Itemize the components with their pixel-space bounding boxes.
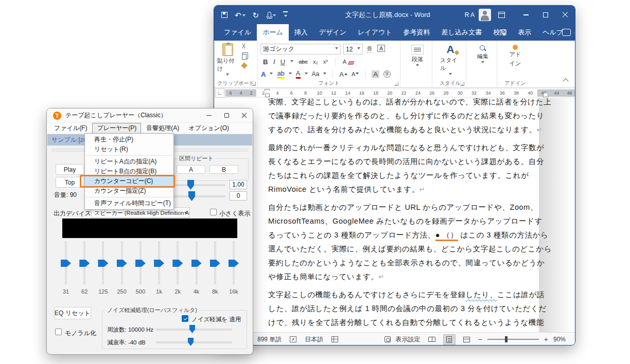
menubar-item[interactable]: プレーヤー(P) [92, 123, 141, 134]
context-menu-item[interactable]: リピートA点の指定(A) [85, 157, 173, 167]
save-icon[interactable] [221, 12, 227, 18]
highlight-color-button[interactable]: ab [277, 69, 284, 79]
context-menu-item[interactable]: リピートB点の指定(B) [85, 167, 173, 176]
eq-slider-thumb[interactable] [191, 260, 202, 267]
minimize-button[interactable] [516, 6, 536, 24]
read-mode-button[interactable] [426, 334, 438, 345]
superscript-button[interactable]: x² [323, 59, 328, 65]
styles-button[interactable]: A スタイル [440, 43, 461, 77]
customize-qat-icon[interactable] [283, 11, 288, 19]
compact-view-checkbox[interactable] [210, 209, 217, 215]
ribbon-tab[interactable]: ファイル [218, 24, 257, 41]
eq-slider-thumb[interactable] [98, 260, 108, 267]
context-menu-item[interactable]: 再生・停止(P) [85, 135, 173, 144]
attenuation-slider[interactable] [156, 341, 232, 343]
dialog-launcher-icon[interactable] [460, 82, 464, 86]
eq-slider-thumb[interactable] [154, 260, 164, 267]
format-painter-icon[interactable] [241, 62, 248, 69]
pitch-slider-thumb[interactable] [188, 191, 195, 201]
context-menu-item[interactable] [85, 196, 173, 198]
left-indent-marker[interactable] [265, 94, 270, 97]
eq-slider-thumb[interactable] [172, 260, 183, 267]
zoom-in-button[interactable]: + [544, 335, 548, 343]
ribbon-display-options-icon[interactable] [498, 12, 505, 18]
mono-checkbox[interactable] [55, 329, 62, 335]
ribbon-tab[interactable]: 挿入 [289, 24, 313, 41]
language-status[interactable]: 日本語 [305, 335, 323, 344]
underline-button[interactable]: U [281, 58, 285, 66]
paste-button[interactable]: 貼り付け [217, 43, 238, 77]
minimize-button[interactable] [200, 108, 218, 123]
addins-button[interactable]: アド イン [505, 45, 526, 67]
italic-button[interactable]: I [273, 58, 275, 66]
subscript-button[interactable]: x₂ [313, 59, 318, 65]
context-menu-item[interactable]: 音声ファイル時間コピー(T) [85, 198, 173, 208]
display-settings-icon[interactable] [384, 336, 391, 342]
eq-slider-thumb[interactable] [210, 260, 220, 267]
context-menu-item[interactable]: カウンター指定(Z) [85, 186, 173, 196]
ribbon-tab[interactable]: 差し込み文書 [436, 24, 488, 41]
menubar-item[interactable]: オプション(O) [184, 123, 233, 133]
bold-button[interactable]: B [263, 58, 268, 66]
eq-reset-button[interactable]: EQ リセット [54, 307, 91, 319]
context-menu-item[interactable] [85, 154, 173, 157]
context-menu-item[interactable]: リセット(R) [85, 144, 173, 154]
eq-slider-thumb[interactable] [117, 260, 127, 267]
comment-icon[interactable] [562, 29, 571, 36]
undo-button[interactable]: ↶ [235, 11, 246, 19]
web-layout-button[interactable] [461, 334, 473, 345]
speed-value[interactable]: 1.00 [230, 180, 247, 189]
menubar-item[interactable]: 音響処理(A) [142, 123, 183, 133]
zoom-slider[interactable] [487, 339, 539, 340]
dialog-launcher-icon[interactable] [394, 82, 398, 86]
touch-mode-button[interactable] [266, 12, 276, 19]
input-mode-icon[interactable] [331, 336, 338, 342]
eq-slider-thumb[interactable] [61, 260, 71, 267]
repeat-b-button[interactable]: B [209, 165, 238, 174]
font-name-select[interactable]: 游ゴシック [260, 44, 341, 54]
print-layout-button[interactable] [443, 334, 456, 345]
word-count[interactable]: 899 単語 [257, 335, 282, 344]
ribbon-tab[interactable]: ホーム [257, 24, 289, 41]
close-button[interactable] [555, 6, 575, 24]
zoom-out-button[interactable]: − [478, 335, 482, 343]
context-menu-item[interactable]: カウンターコピー(C) [85, 176, 173, 186]
play-button[interactable]: Play [56, 164, 84, 175]
ribbon-tab[interactable]: レイアウト [352, 24, 398, 41]
font-color-button[interactable]: A [296, 69, 301, 79]
shading-button[interactable]: A [372, 70, 379, 78]
display-settings-label[interactable]: 表示設定 [396, 335, 421, 344]
underline-options-icon[interactable] [290, 60, 293, 64]
proofing-status-icon[interactable]: ✗ [290, 336, 296, 342]
redo-button[interactable]: ↻ [253, 11, 259, 19]
top-button[interactable]: Top [56, 177, 84, 188]
ribbon-tab[interactable]: 表示 [512, 24, 537, 41]
chevron-down-icon[interactable] [273, 14, 276, 18]
zoom-slider-thumb[interactable] [505, 336, 507, 342]
close-button[interactable] [235, 108, 253, 123]
change-case-button[interactable]: Aa [312, 70, 320, 78]
eq-slider-thumb[interactable] [229, 260, 239, 267]
zoom-level[interactable]: 90% [553, 336, 566, 343]
tab-selector[interactable]: ∟ [215, 88, 224, 98]
repeat-a-button[interactable]: A [177, 165, 205, 174]
ruby-icon[interactable]: 亜 [367, 45, 372, 53]
document-area[interactable]: 実際、文字起こしというものは、話者が分かれないので、実際に話者を分けた上で議事録… [214, 98, 575, 332]
dialog-launcher-icon[interactable] [252, 82, 256, 86]
editing-button[interactable]: 編集 [472, 45, 493, 65]
menubar-item[interactable]: ファイル(F) [50, 123, 91, 133]
shrink-font-button[interactable]: A [352, 71, 359, 77]
chevron-down-icon[interactable] [242, 14, 246, 18]
strikethrough-button[interactable]: abc [299, 59, 308, 65]
ribbon-tab[interactable]: デザイン [313, 24, 352, 41]
eq-slider-thumb[interactable] [79, 260, 90, 267]
ribbon-tab[interactable]: 校閲 [487, 24, 512, 41]
speed-slider-thumb[interactable] [187, 180, 194, 190]
copy-icon[interactable] [242, 54, 247, 60]
pitch-value[interactable]: 0 [230, 191, 247, 201]
noise-apply-checkbox[interactable] [182, 315, 188, 322]
maximize-button[interactable] [218, 108, 235, 123]
enclose-border-icon[interactable]: A [377, 45, 385, 52]
cut-icon[interactable] [241, 44, 247, 49]
enclose-character-button[interactable]: 字 [383, 70, 391, 78]
